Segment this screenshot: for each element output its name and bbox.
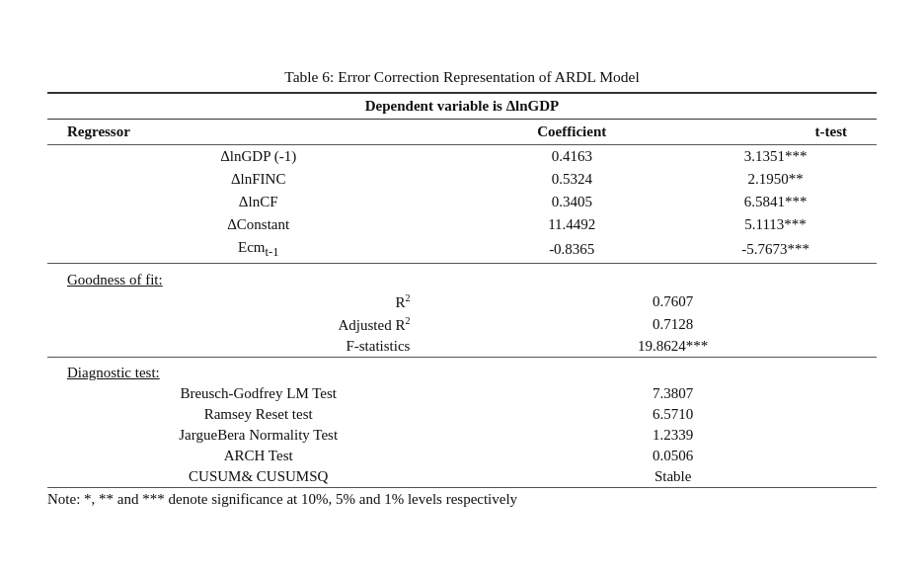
coefficient-cell: 0.4163 (469, 145, 674, 169)
diag-label-jb: JargueBera Normality Test (47, 425, 469, 446)
diag-value-arch: 0.0506 (469, 446, 877, 466)
diag-label-arch: ARCH Test (47, 446, 469, 466)
diagnostic-label: Diagnostic test: (47, 361, 877, 383)
diag-row-bg: Breusch-Godfrey LM Test 7.3807 (47, 383, 877, 404)
diag-row-jb: JargueBera Normality Test 1.2339 (47, 425, 877, 446)
diag-label-bg: Breusch-Godfrey LM Test (47, 383, 469, 404)
goodness-row-fstat: F-statistics 19.8624*** (47, 336, 877, 358)
ardl-table: Dependent variable is ΔlnGDP Regressor C… (47, 92, 877, 508)
dependent-var-label: Dependent variable is ΔlnGDP (47, 93, 877, 120)
regressor-cell: Ecmt-1 (47, 236, 469, 264)
goodness-row-r2: R2 0.7607 (47, 290, 877, 313)
goodness-value-fstat: 19.8624*** (469, 336, 877, 358)
regressor-cell: ΔConstant (47, 213, 469, 236)
col-header-regressor: Regressor (47, 120, 469, 145)
diagnostic-label-row: Diagnostic test: (47, 361, 877, 383)
diag-row-ramsey: Ramsey Reset test 6.5710 (47, 404, 877, 425)
coefficient-cell: 0.5324 (469, 168, 674, 191)
note-text: Note: *, ** and *** denote significance … (47, 491, 877, 508)
col-header-ttest: t-test (674, 120, 877, 145)
diag-row-arch: ARCH Test 0.0506 (47, 446, 877, 466)
ttest-cell: 2.1950** (674, 168, 877, 191)
regressor-cell: ΔlnFINC (47, 168, 469, 191)
coefficient-cell: -0.8365 (469, 236, 674, 264)
diag-label-cusum: CUSUM& CUSUMSQ (47, 466, 469, 488)
header-row: Regressor Coefficient t-test (47, 120, 877, 145)
goodness-label-row: Goodness of fit: (47, 268, 877, 290)
goodness-value-r2: 0.7607 (469, 290, 877, 313)
ttest-cell: -5.7673*** (674, 236, 877, 264)
table-row: ΔlnFINC 0.5324 2.1950** (47, 168, 877, 191)
regressor-cell: ΔlnGDP (-1) (47, 145, 469, 169)
diag-row-cusum: CUSUM& CUSUMSQ Stable (47, 466, 877, 488)
goodness-label-r2: R2 (47, 290, 469, 313)
goodness-label-fstat: F-statistics (47, 336, 469, 358)
diag-value-ramsey: 6.5710 (469, 404, 877, 425)
ttest-cell: 3.1351*** (674, 145, 877, 169)
diag-value-jb: 1.2339 (469, 425, 877, 446)
diag-value-cusum: Stable (469, 466, 877, 488)
regressor-cell: ΔlnCF (47, 191, 469, 213)
goodness-label-adj-r2: Adjusted R2 (47, 313, 469, 336)
goodness-label: Goodness of fit: (47, 268, 877, 290)
diag-label-ramsey: Ramsey Reset test (47, 404, 469, 425)
note-row: Note: *, ** and *** denote significance … (47, 491, 877, 508)
coefficient-cell: 11.4492 (469, 213, 674, 236)
table-row: ΔlnGDP (-1) 0.4163 3.1351*** (47, 145, 877, 169)
table-row: Ecmt-1 -0.8365 -5.7673*** (47, 236, 877, 264)
table-container: Table 6: Error Correction Representation… (38, 48, 886, 528)
dependent-var-row: Dependent variable is ΔlnGDP (47, 93, 877, 120)
col-header-coefficient: Coefficient (469, 120, 674, 145)
diag-value-bg: 7.3807 (469, 383, 877, 404)
coefficient-cell: 0.3405 (469, 191, 674, 213)
table-row: ΔlnCF 0.3405 6.5841*** (47, 191, 877, 213)
ttest-cell: 6.5841*** (674, 191, 877, 213)
goodness-row-adj-r2: Adjusted R2 0.7128 (47, 313, 877, 336)
table-row: ΔConstant 11.4492 5.1113*** (47, 213, 877, 236)
table-title: Table 6: Error Correction Representation… (47, 68, 877, 86)
ttest-cell: 5.1113*** (674, 213, 877, 236)
goodness-value-adj-r2: 0.7128 (469, 313, 877, 336)
